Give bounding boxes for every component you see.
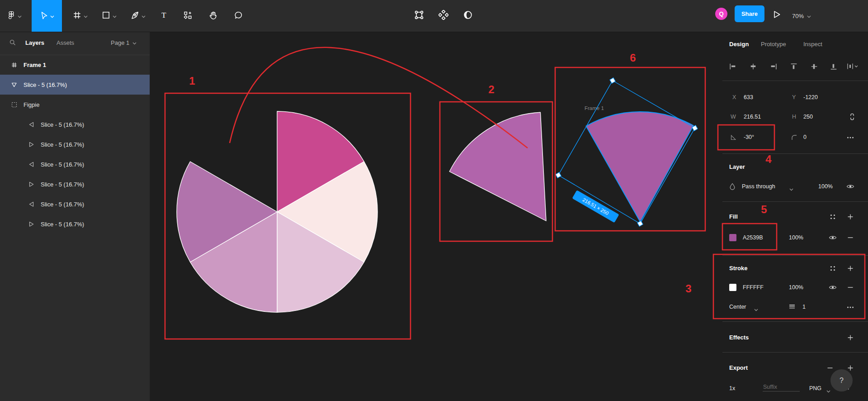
chevron-down-icon[interactable] xyxy=(18,12,22,20)
layer-row[interactable]: Slice - 5 (16.7%) xyxy=(0,174,150,194)
move-tool-button[interactable] xyxy=(32,0,62,32)
share-button[interactable]: Share xyxy=(735,5,764,22)
fill-opacity-field[interactable]: 100% xyxy=(789,234,803,241)
resources-tool-button[interactable] xyxy=(177,0,198,32)
export-suffix-input[interactable] xyxy=(763,383,800,391)
avatar[interactable]: Q xyxy=(715,8,727,20)
h-label: H xyxy=(792,114,796,120)
page-selector[interactable]: Page 1 xyxy=(111,39,137,46)
comment-icon xyxy=(234,11,243,21)
x-label: X xyxy=(732,94,736,100)
fill-color-swatch[interactable] xyxy=(729,234,736,241)
w-field[interactable]: 216.51 xyxy=(744,114,761,120)
figma-logo-icon xyxy=(7,11,15,21)
pen-tool-button[interactable] xyxy=(125,0,151,32)
chevron-down-icon xyxy=(132,39,137,46)
stroke-color-swatch[interactable] xyxy=(729,284,736,291)
add-fill-icon[interactable] xyxy=(846,213,854,223)
sidebar-header: Layers Assets Page 1 xyxy=(0,32,150,55)
remove-stroke-icon[interactable] xyxy=(846,283,854,293)
distribute-icon[interactable] xyxy=(846,62,858,72)
mask-icon xyxy=(463,10,473,22)
tab-inspect[interactable]: Inspect xyxy=(803,41,822,48)
zoom-level-control[interactable]: 70% xyxy=(792,0,811,32)
more-options-icon[interactable] xyxy=(846,134,854,143)
triangle-left-icon xyxy=(28,201,35,208)
chevron-down-icon xyxy=(789,185,793,193)
tab-layers[interactable]: Layers xyxy=(25,39,44,46)
layer-row[interactable]: Slice - 5 (16.7%) xyxy=(0,134,150,154)
zoom-level-value: 70% xyxy=(792,13,804,19)
chevron-down-icon[interactable] xyxy=(84,12,88,20)
hand-tool-button[interactable] xyxy=(203,0,223,32)
layer-row[interactable]: Slice - 5 (16.7%) xyxy=(0,154,150,174)
layer-list: Frame 1Slice - 5 (16.7%)FigpieSlice - 5 … xyxy=(0,55,150,234)
frame-tool-button[interactable] xyxy=(67,0,93,32)
chevron-down-icon[interactable] xyxy=(50,12,54,20)
export-format-select[interactable]: PNG xyxy=(809,385,821,391)
mask-tool-button[interactable] xyxy=(463,10,473,22)
edit-object-tool-button[interactable] xyxy=(414,10,424,22)
chevron-down-icon[interactable] xyxy=(113,12,117,20)
chevron-down-icon[interactable] xyxy=(142,12,146,20)
visibility-eye-icon[interactable] xyxy=(829,234,837,243)
svg-text:T: T xyxy=(161,11,166,19)
h-field[interactable]: 250 xyxy=(803,114,813,120)
canvas[interactable] xyxy=(150,32,722,401)
blend-mode-select[interactable]: Pass through xyxy=(742,183,775,190)
layer-label: Figpie xyxy=(24,101,39,108)
x-field[interactable]: 633 xyxy=(744,94,753,100)
align-horizontal-center-icon[interactable] xyxy=(749,62,757,72)
variants-tool-button[interactable] xyxy=(439,10,448,22)
chevron-down-icon xyxy=(807,13,811,19)
visibility-eye-icon[interactable] xyxy=(846,182,854,192)
stroke-hex-field[interactable]: FFFFFF xyxy=(743,284,764,291)
align-right-icon[interactable] xyxy=(769,62,778,72)
text-tool-button[interactable]: T xyxy=(154,0,174,32)
search-icon[interactable] xyxy=(9,39,16,48)
fill-hex-field[interactable]: A2539B xyxy=(743,234,763,241)
constrain-proportions-icon[interactable] xyxy=(848,113,856,123)
y-field[interactable]: -1220 xyxy=(803,94,818,100)
layers-sidebar: Layers Assets Page 1 Frame 1Slice - 5 (1… xyxy=(0,32,150,401)
corner-radius-field[interactable]: 0 xyxy=(803,134,807,140)
tab-assets[interactable]: Assets xyxy=(57,39,74,46)
rotation-field[interactable]: -30° xyxy=(744,134,754,140)
stroke-weight-field[interactable]: 1 xyxy=(802,304,806,310)
chevron-down-icon xyxy=(754,305,758,313)
layer-row[interactable]: Slice - 5 (16.7%) xyxy=(0,194,150,214)
layer-row[interactable]: Figpie xyxy=(0,95,150,115)
layer-label: Slice - 5 (16.7%) xyxy=(24,81,67,88)
layer-opacity-field[interactable]: 100% xyxy=(818,183,833,190)
align-vertical-center-icon[interactable] xyxy=(810,62,818,72)
advanced-stroke-icon[interactable] xyxy=(846,303,854,313)
figma-menu-tool-button[interactable] xyxy=(0,0,29,32)
align-left-icon[interactable] xyxy=(729,62,737,72)
export-scale-select[interactable]: 1x xyxy=(729,385,735,391)
shape-tool-button[interactable] xyxy=(96,0,122,32)
add-effect-icon[interactable] xyxy=(846,334,854,344)
stroke-opacity-field[interactable]: 100% xyxy=(789,284,803,291)
add-stroke-icon[interactable] xyxy=(846,264,854,274)
present-play-icon[interactable] xyxy=(772,10,781,21)
align-bottom-icon[interactable] xyxy=(830,62,838,72)
align-top-icon[interactable] xyxy=(790,62,798,72)
tab-prototype[interactable]: Prototype xyxy=(761,41,786,48)
export-section-title: Export xyxy=(729,364,748,371)
layer-row[interactable]: Frame 1 xyxy=(0,55,150,75)
layer-row[interactable]: Slice - 5 (16.7%) xyxy=(0,115,150,134)
layer-row[interactable]: Slice - 5 (16.7%) xyxy=(0,214,150,234)
remove-fill-icon[interactable] xyxy=(846,234,854,243)
comment-tool-button[interactable] xyxy=(228,0,249,32)
styles-icon[interactable] xyxy=(829,264,837,274)
annotation-number: 5 xyxy=(761,203,767,215)
stroke-align-select[interactable]: Center xyxy=(729,304,746,310)
layer-row[interactable]: Slice - 5 (16.7%) xyxy=(0,75,150,95)
stroke-weight-icon xyxy=(788,303,796,313)
help-button[interactable]: ? xyxy=(830,369,853,391)
remove-export-icon[interactable] xyxy=(826,364,834,374)
tab-design[interactable]: Design xyxy=(729,41,749,48)
triangle-down-icon xyxy=(11,81,18,88)
styles-icon[interactable] xyxy=(829,213,837,223)
visibility-eye-icon[interactable] xyxy=(829,283,837,293)
